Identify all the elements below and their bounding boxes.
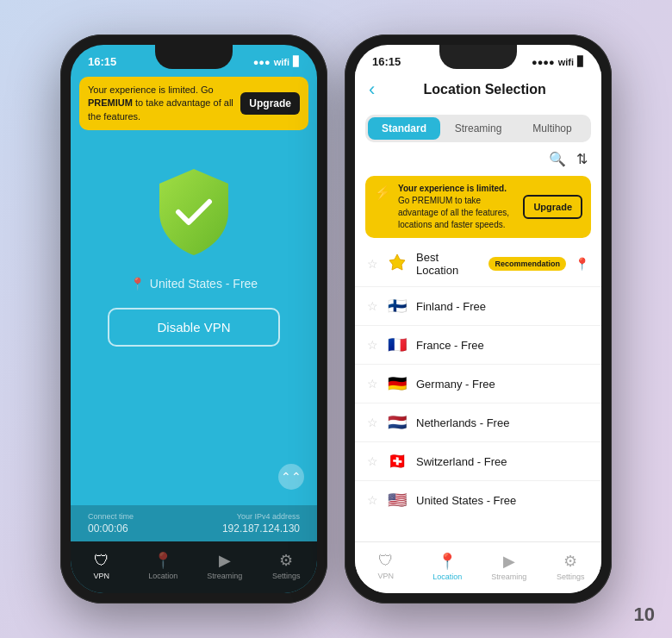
- phones-container: 16:15 ●●● wifi ▊ Your experience is limi…: [60, 34, 612, 604]
- location-tabs: Standard Streaming Multihop: [365, 115, 591, 142]
- phone2-time: 16:15: [372, 55, 401, 68]
- tab-streaming[interactable]: ▶ Streaming: [194, 551, 256, 580]
- list-item[interactable]: ☆ 🇺🇸 United States - Free: [355, 481, 601, 509]
- phone2-tab-settings-icon: ⚙: [563, 552, 577, 571]
- phone1-screen: 16:15 ●●● wifi ▊ Your experience is limi…: [71, 45, 317, 593]
- watermark: 10: [634, 604, 655, 626]
- star-icon[interactable]: ☆: [367, 493, 378, 507]
- netherlands-location: Netherlands - Free: [416, 416, 589, 429]
- vpn-shield-icon: [151, 165, 237, 260]
- phone2-tab-vpn[interactable]: 🛡 VPN: [355, 552, 417, 580]
- best-location-icon: [387, 253, 408, 276]
- list-item[interactable]: ☆ Best Location Recommendation 📍: [355, 241, 601, 287]
- phone1-location: 📍 United States - Free: [71, 277, 317, 291]
- location-selection-title: Location Selection: [382, 82, 588, 97]
- tab-vpn-icon: 🛡: [94, 552, 109, 570]
- tab-streaming[interactable]: Streaming: [442, 117, 514, 140]
- germany-flag: 🇩🇪: [387, 374, 408, 393]
- search-icon[interactable]: 🔍: [549, 151, 566, 167]
- notch-2: [439, 45, 517, 69]
- location-banner-suffix: Go PREMIUM to take advantage of all the …: [398, 196, 509, 229]
- phone1-banner-text: Your experience is limited. Go PREMIUM t…: [88, 84, 233, 123]
- tab-settings[interactable]: ⚙ Settings: [256, 551, 318, 580]
- list-item[interactable]: ☆ 🇳🇱 Netherlands - Free: [355, 403, 601, 442]
- star-icon[interactable]: ☆: [367, 377, 378, 391]
- signal-icon: ●●●: [253, 57, 271, 67]
- phone2-tab-location-icon: 📍: [438, 552, 457, 571]
- phone2-tab-settings-label: Settings: [557, 572, 585, 581]
- star-icon[interactable]: ☆: [367, 338, 378, 352]
- phone1-banner-bold: PREMIUM: [88, 97, 133, 108]
- phone2-tab-streaming[interactable]: ▶ Streaming: [478, 552, 540, 581]
- location-pin-icon: 📍: [575, 257, 589, 271]
- phone1-tab-bar: 🛡 VPN 📍 Location ▶ Streaming ⚙ Settings: [71, 541, 317, 593]
- tab-location[interactable]: 📍 Location: [133, 551, 195, 580]
- search-sort-row: 🔍 ⇅: [355, 146, 601, 172]
- star-icon[interactable]: ☆: [367, 257, 378, 271]
- connect-time-label: Connect time: [88, 512, 134, 521]
- tab-standard[interactable]: Standard: [368, 117, 440, 140]
- notch-1: [155, 45, 233, 69]
- tab-settings-icon: ⚙: [279, 551, 293, 570]
- us-location: United States - Free: [416, 494, 589, 507]
- us-flag: 🇺🇸: [387, 491, 408, 509]
- tab-streaming-icon: ▶: [219, 551, 231, 570]
- disable-vpn-button[interactable]: Disable VPN: [108, 308, 280, 347]
- shield-container: [71, 165, 317, 260]
- location-banner-bold: Your experience is limited.: [398, 184, 507, 193]
- tab-vpn[interactable]: 🛡 VPN: [71, 552, 133, 580]
- list-item[interactable]: ☆ 🇫🇷 France - Free: [355, 326, 601, 365]
- phone1-upgrade-button[interactable]: Upgrade: [240, 92, 300, 115]
- ipv4-label: Your IPv4 address: [222, 512, 300, 521]
- france-location: France - Free: [416, 339, 589, 352]
- location-pin-icon: 📍: [130, 277, 145, 291]
- tab-multihop[interactable]: Multihop: [516, 117, 588, 140]
- finland-location: Finland - Free: [416, 300, 589, 313]
- phone2-tab-location-label: Location: [432, 572, 462, 581]
- phone-2: 16:15 ●●●● wifi ▊ ‹ Location Selection S…: [345, 34, 612, 604]
- phone2-tab-location[interactable]: 📍 Location: [417, 552, 479, 581]
- location-upgrade-button[interactable]: Upgrade: [523, 195, 582, 219]
- sort-icon[interactable]: ⇅: [576, 151, 588, 167]
- star-icon[interactable]: ☆: [367, 454, 378, 468]
- phone1-status-icons: ●●● wifi ▊: [253, 56, 300, 67]
- switzerland-flag: 🇨🇭: [387, 452, 408, 471]
- phone1-stats: Connect time 00:00:06 Your IPv4 address …: [71, 505, 317, 541]
- back-button[interactable]: ‹: [369, 78, 375, 101]
- phone2-status-icons: ●●●● wifi ▊: [532, 56, 584, 67]
- phone1-location-text: United States - Free: [150, 277, 258, 291]
- phone2-wifi-icon: wifi: [558, 57, 574, 67]
- battery-icon: ▊: [293, 56, 300, 67]
- ipv4-value: 192.187.124.130: [222, 522, 300, 535]
- phone2-signal-icon: ●●●●: [532, 57, 555, 67]
- list-item[interactable]: ☆ 🇨🇭 Switzerland - Free: [355, 442, 601, 481]
- tab-settings-label: Settings: [272, 572, 301, 580]
- best-location-name: Best Location: [416, 251, 480, 277]
- star-icon[interactable]: ☆: [367, 416, 378, 429]
- location-banner-icon: ⚡: [374, 185, 391, 201]
- scroll-up-button[interactable]: ⌃⌃: [278, 464, 304, 490]
- phone1-time: 16:15: [88, 55, 116, 68]
- netherlands-flag: 🇳🇱: [387, 413, 408, 432]
- svg-marker-0: [389, 254, 405, 270]
- star-icon[interactable]: ☆: [367, 299, 378, 313]
- list-item[interactable]: ☆ 🇫🇮 Finland - Free: [355, 287, 601, 326]
- phone2-tab-bar: 🛡 VPN 📍 Location ▶ Streaming ⚙ Settings: [355, 541, 601, 593]
- wifi-icon: wifi: [274, 57, 289, 67]
- location-list: ☆ Best Location Recommendation 📍 ☆ 🇫🇮 Fi…: [355, 241, 601, 509]
- phone2-tab-streaming-icon: ▶: [503, 552, 515, 571]
- location-banner-text: Your experience is limited. Go PREMIUM t…: [398, 183, 516, 231]
- location-banner: ⚡ Your experience is limited. Go PREMIUM…: [365, 176, 591, 238]
- phone1-banner-plain: Your experience is limited. Go: [88, 84, 214, 95]
- ipv4-stat: Your IPv4 address 192.187.124.130: [222, 512, 300, 535]
- switzerland-location: Switzerland - Free: [416, 455, 589, 468]
- connect-time-value: 00:00:06: [88, 522, 134, 535]
- connect-time-stat: Connect time 00:00:06: [88, 512, 134, 535]
- phone2-tab-settings[interactable]: ⚙ Settings: [540, 552, 602, 581]
- tab-vpn-label: VPN: [93, 572, 109, 580]
- phone1-banner: Your experience is limited. Go PREMIUM t…: [79, 77, 308, 130]
- recommendation-badge: Recommendation: [488, 257, 566, 271]
- phone2-tab-vpn-icon: 🛡: [378, 552, 394, 570]
- list-item[interactable]: ☆ 🇩🇪 Germany - Free: [355, 365, 601, 403]
- tab-streaming-label: Streaming: [207, 572, 242, 580]
